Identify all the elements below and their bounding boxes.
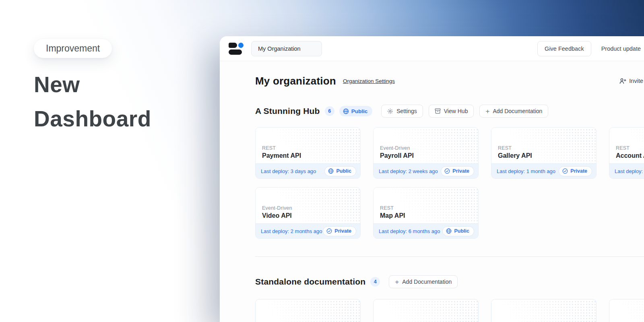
last-deploy-text: Last deploy: 2 weeks ago [379, 168, 438, 174]
gear-icon [387, 108, 393, 114]
org-switcher-label: My Organization [258, 45, 301, 52]
api-card[interactable] [491, 299, 597, 322]
page-header: My organization Organization Settings In… [255, 74, 644, 87]
standalone-cards-grid [255, 299, 644, 322]
card-body [609, 299, 644, 322]
card-body [491, 299, 596, 322]
api-card-map[interactable]: REST Map API Last deploy: 6 months ago P… [373, 187, 479, 239]
invite-label: Invite [629, 78, 643, 84]
api-title: Account API [616, 152, 644, 159]
card-body: Event-Driven Payroll API [374, 128, 478, 163]
hero-title-line2: Dashboard [34, 102, 151, 136]
visibility-label: Private [334, 228, 351, 234]
topbar: My Organization Give Feedback Product up… [220, 36, 644, 61]
card-footer: Last deploy: 1 month ago Private [491, 163, 596, 178]
logo-bar-bottom [229, 50, 242, 55]
hub-add-documentation-button[interactable]: + Add Documentation [479, 105, 548, 118]
hub-visibility-badge: Public [339, 106, 373, 116]
visibility-label: Private [452, 168, 469, 174]
api-card[interactable] [373, 299, 479, 322]
logo-dot [238, 43, 244, 48]
hero-title-line1: New [34, 68, 151, 102]
api-card[interactable] [255, 299, 361, 322]
api-card-video[interactable]: Event-Driven Video API Last deploy: 2 mo… [255, 187, 361, 239]
hero-title: New Dashboard [34, 68, 151, 136]
visibility-badge: Private [559, 166, 592, 176]
visibility-badge: Public [324, 166, 356, 176]
last-deploy-text: Last deploy: 4 [615, 168, 644, 174]
hub-settings-button[interactable]: Settings [381, 105, 423, 118]
plus-icon: + [395, 279, 399, 285]
page-title: My organization [255, 75, 336, 87]
card-body: REST Payment API [256, 128, 360, 163]
api-title: Payment API [262, 152, 354, 159]
api-type-label: Event-Driven [380, 145, 472, 151]
visibility-label: Public [454, 228, 469, 234]
visibility-badge: Public [442, 226, 474, 236]
last-deploy-text: Last deploy: 2 months ago [261, 228, 322, 234]
product-update-link[interactable]: Product update [601, 45, 641, 52]
archive-box-icon [435, 108, 441, 114]
card-footer: Last deploy: 2 months ago Private [256, 223, 360, 238]
give-feedback-label: Give Feedback [545, 45, 584, 52]
organization-settings-link[interactable]: Organization Settings [343, 78, 395, 84]
hub-count-badge: 6 [325, 106, 334, 116]
card-body: Event-Driven Video API [256, 188, 360, 223]
card-body [374, 299, 478, 322]
standalone-add-documentation-button[interactable]: + Add Documentation [389, 275, 458, 288]
card-body: REST Map API [374, 188, 478, 223]
card-body: REST Account API [609, 128, 644, 163]
last-deploy-text: Last deploy: 6 months ago [379, 228, 440, 234]
org-switcher-dropdown[interactable]: My Organization [251, 41, 322, 56]
card-footer: Last deploy: 2 weeks ago Private [374, 163, 478, 178]
api-title: Payroll API [380, 152, 472, 159]
dashboard-panel: My Organization Give Feedback Product up… [220, 36, 644, 322]
visibility-label: Public [336, 168, 351, 174]
last-deploy-text: Last deploy: 3 days ago [261, 168, 316, 174]
give-feedback-button[interactable]: Give Feedback [537, 41, 591, 56]
card-body: REST Gallery API [491, 128, 596, 163]
globe-icon [343, 108, 349, 114]
standalone-count-badge: 4 [370, 277, 380, 287]
improvement-badge-label: Improvement [46, 43, 100, 54]
standalone-title: Standalone documentation [255, 277, 365, 287]
card-body [256, 299, 360, 322]
hub-visibility-label: Public [351, 108, 368, 114]
standalone-actions: + Add Documentation [389, 275, 458, 288]
api-card[interactable] [609, 299, 644, 322]
shield-check-icon [326, 228, 332, 234]
section-divider [255, 256, 644, 257]
visibility-label: Private [570, 168, 587, 174]
hub-actions: Settings View Hub + Add Documentation [381, 105, 548, 118]
last-deploy-text: Last deploy: 1 month ago [497, 168, 555, 174]
api-card-account[interactable]: REST Account API Last deploy: 4 [609, 127, 644, 179]
api-title: Video API [262, 212, 354, 219]
standalone-add-documentation-label: Add Documentation [402, 279, 452, 285]
api-title: Gallery API [498, 152, 590, 159]
hub-add-documentation-label: Add Documentation [493, 108, 542, 114]
hub-section-header: A Stunning Hub 6 Public [255, 105, 644, 118]
api-type-label: REST [616, 145, 644, 151]
api-card-payroll[interactable]: Event-Driven Payroll API Last deploy: 2 … [373, 127, 479, 179]
api-type-label: REST [262, 145, 354, 151]
shield-check-icon [444, 168, 450, 174]
api-type-label: REST [380, 205, 472, 211]
improvement-badge: Improvement [34, 39, 112, 58]
invite-button[interactable]: Invite [619, 78, 644, 84]
globe-icon [446, 228, 452, 234]
shield-check-icon [562, 168, 568, 174]
hub-settings-label: Settings [396, 108, 417, 114]
card-footer: Last deploy: 3 days ago Public [256, 163, 360, 178]
view-hub-button[interactable]: View Hub [429, 105, 474, 118]
app-logo[interactable] [229, 43, 244, 55]
main-content: My organization Organization Settings In… [220, 61, 644, 322]
api-card-gallery[interactable]: REST Gallery API Last deploy: 1 month ag… [491, 127, 597, 179]
api-card-payment[interactable]: REST Payment API Last deploy: 3 days ago… [255, 127, 361, 179]
hub-cards-grid: REST Payment API Last deploy: 3 days ago… [255, 127, 644, 239]
api-title: Map API [380, 212, 472, 219]
visibility-badge: Private [441, 166, 474, 176]
standalone-section-header: Standalone documentation 4 + Add Documen… [255, 275, 644, 288]
globe-icon [328, 168, 334, 174]
api-type-label: Event-Driven [262, 205, 354, 211]
user-plus-icon [619, 78, 626, 84]
